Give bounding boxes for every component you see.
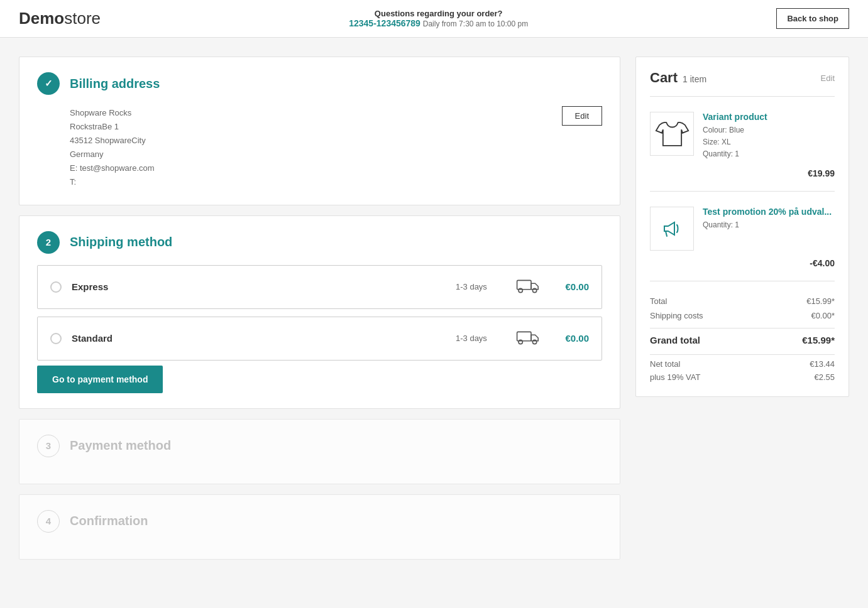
confirmation-header: 4 Confirmation xyxy=(37,510,602,533)
shipping-options: Express 1-3 days €0.00 xyxy=(37,265,602,361)
email: E: test@shopware.com xyxy=(70,161,155,175)
standard-shipping-option[interactable]: Standard 1-3 days €0.00 xyxy=(37,317,602,361)
phone: T: xyxy=(70,175,155,189)
cart-item-2-details: Test promotion 20% på udval... Quantity:… xyxy=(703,207,835,251)
grand-total-value: €15.99* xyxy=(802,335,835,345)
cart-item-1-price: €19.99 xyxy=(650,168,835,183)
net-total-value: €13.44 xyxy=(810,359,835,369)
cart-item-1-name: Variant product xyxy=(703,112,835,122)
cart-item-1: Variant product Colour: Blue Size: XL Qu… xyxy=(650,104,835,168)
cart-item-2-name: Test promotion 20% på udval... xyxy=(703,207,835,217)
step-3-badge: 3 xyxy=(37,435,60,457)
standard-radio[interactable] xyxy=(50,333,62,344)
billing-header: ✓ Billing address xyxy=(37,72,602,95)
cart-item-2: Test promotion 20% på udval... Quantity:… xyxy=(650,199,835,258)
company: Shopware Rocks xyxy=(70,106,155,120)
payment-header: 3 Payment method xyxy=(37,435,602,457)
cart-header: Cart 1 item Edit xyxy=(650,70,835,86)
grand-total-row: Grand total €15.99* xyxy=(650,328,835,352)
go-to-payment-button[interactable]: Go to payment method xyxy=(37,366,163,393)
cart-item-2-quantity: Quantity: 1 xyxy=(703,219,835,231)
confirmation-section: 4 Confirmation xyxy=(19,494,620,560)
left-column: ✓ Billing address Shopware Rocks Rockstr… xyxy=(19,57,620,560)
standard-truck-icon xyxy=(516,327,541,350)
vat-label: plus 19% VAT xyxy=(650,372,700,382)
step-1-badge: ✓ xyxy=(37,72,60,95)
billing-edit-button[interactable]: Edit xyxy=(562,106,602,126)
express-truck-icon xyxy=(516,276,541,298)
shipping-method-section: 2 Shipping method Express 1-3 days xyxy=(19,215,620,409)
express-name: Express xyxy=(72,281,446,292)
totals-section: Total €15.99* Shipping costs €0.00* Gran… xyxy=(650,289,835,384)
shipping-header: 2 Shipping method xyxy=(37,231,602,254)
cart-item-1-image xyxy=(650,112,694,156)
svg-rect-3 xyxy=(517,332,531,340)
cart-item-1-size: Size: XL xyxy=(703,136,835,148)
cart-section: Cart 1 item Edit Variant product Colour:… xyxy=(635,57,849,397)
street: RockstraBe 1 xyxy=(70,120,155,134)
right-column: Cart 1 item Edit Variant product Colour:… xyxy=(635,57,849,560)
contact-phone: 12345-123456789 xyxy=(349,18,420,28)
header: Demostore Questions regarding your order… xyxy=(0,0,868,38)
cart-divider-1 xyxy=(650,96,835,97)
shipping-row: Shipping costs €0.00* xyxy=(650,308,835,323)
shipping-title: Shipping method xyxy=(70,235,172,249)
payment-title: Payment method xyxy=(70,438,171,453)
express-price: €0.00 xyxy=(551,281,589,292)
total-label: Total xyxy=(650,296,667,306)
express-days: 1-3 days xyxy=(456,282,506,291)
address-block: Shopware Rocks RockstraBe 1 43512 Shopwa… xyxy=(70,106,155,190)
cart-count: 1 item xyxy=(683,74,706,84)
shipping-label: Shipping costs xyxy=(650,311,703,320)
grand-total-label: Grand total xyxy=(650,335,700,345)
contact-hours: Daily from 7:30 am to 10:00 pm xyxy=(423,19,528,28)
cart-item-1-colour: Colour: Blue xyxy=(703,124,835,136)
header-contact: Questions regarding your order? 12345-12… xyxy=(101,9,776,28)
vat-row: plus 19% VAT €2.55 xyxy=(650,371,835,384)
billing-address-section: ✓ Billing address Shopware Rocks Rockstr… xyxy=(19,57,620,205)
billing-content: Shopware Rocks RockstraBe 1 43512 Shopwa… xyxy=(37,106,602,190)
net-total-label: Net total xyxy=(650,359,680,369)
cart-item-2-image xyxy=(650,207,694,251)
logo-bold: Demo xyxy=(19,9,64,28)
vat-section: Net total €13.44 plus 19% VAT €2.55 xyxy=(650,354,835,384)
cart-item-1-details: Variant product Colour: Blue Size: XL Qu… xyxy=(703,112,835,161)
net-total-row: Net total €13.44 xyxy=(650,357,835,371)
total-row: Total €15.99* xyxy=(650,294,835,308)
back-to-shop-button[interactable]: Back to shop xyxy=(776,8,849,29)
shipping-value: €0.00* xyxy=(811,311,835,320)
cart-divider-2 xyxy=(650,191,835,192)
country: Germany xyxy=(70,148,155,161)
express-shipping-option[interactable]: Express 1-3 days €0.00 xyxy=(37,265,602,309)
payment-method-section: 3 Payment method xyxy=(19,419,620,484)
standard-days: 1-3 days xyxy=(456,334,506,343)
total-value: €15.99* xyxy=(806,296,835,306)
cart-edit-link[interactable]: Edit xyxy=(821,73,835,83)
cart-title-wrap: Cart 1 item xyxy=(650,70,706,86)
standard-name: Standard xyxy=(72,333,446,344)
vat-value: €2.55 xyxy=(814,372,835,382)
billing-title: Billing address xyxy=(70,77,160,91)
cart-title: Cart xyxy=(650,70,678,86)
logo-regular: store xyxy=(64,9,101,28)
cart-item-1-quantity: Quantity: 1 xyxy=(703,148,835,160)
express-radio[interactable] xyxy=(50,281,62,293)
svg-rect-0 xyxy=(517,280,531,289)
contact-question: Questions regarding your order? xyxy=(101,9,776,18)
standard-price: €0.00 xyxy=(551,333,589,344)
step-2-badge: 2 xyxy=(37,231,60,254)
cart-item-2-price: -€4.00 xyxy=(650,258,835,273)
cart-divider-3 xyxy=(650,281,835,281)
step-4-badge: 4 xyxy=(37,510,60,533)
logo: Demostore xyxy=(19,9,101,28)
page-content: ✓ Billing address Shopware Rocks Rockstr… xyxy=(0,38,868,578)
confirmation-title: Confirmation xyxy=(70,514,148,528)
city: 43512 ShopwareCity xyxy=(70,134,155,148)
